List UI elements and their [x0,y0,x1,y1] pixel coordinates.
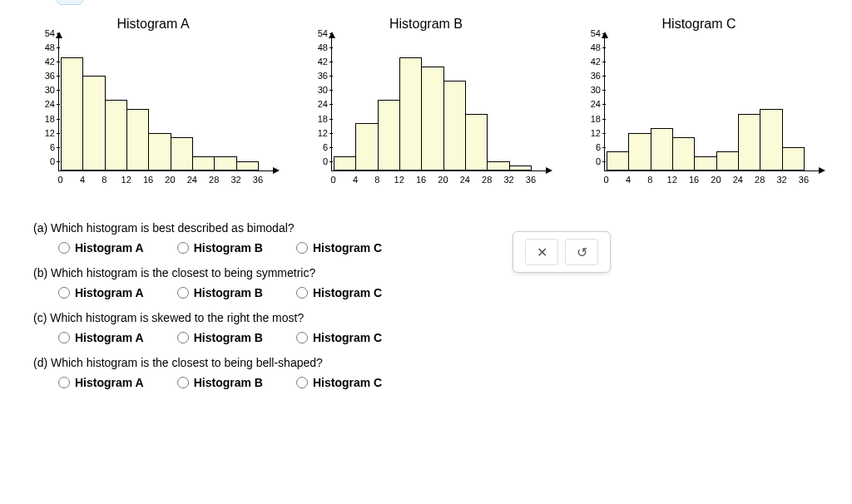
chart-b-title: Histogram B [306,17,546,32]
histogram-bar [378,100,400,170]
option-b-hist-b[interactable]: Histogram B [177,286,263,299]
histogram-bar [105,100,127,170]
option-a-hist-c[interactable]: Histogram C [296,241,382,254]
option-label: Histogram A [75,376,144,389]
questions-block: (a) Which histogram is best described as… [33,221,499,389]
chart-c: Histogram C 0612182430364248540481216202… [579,17,819,188]
options-a: Histogram A Histogram B Histogram C [58,241,499,254]
radio-icon [296,332,308,343]
option-d-hist-b[interactable]: Histogram B [177,376,263,389]
histogram-bar [126,109,149,170]
option-d-hist-a[interactable]: Histogram A [58,376,144,389]
option-label: Histogram B [194,376,263,389]
option-a-hist-a[interactable]: Histogram A [58,241,144,254]
option-label: Histogram B [194,331,263,344]
option-c-hist-b[interactable]: Histogram B [177,331,263,344]
option-b-hist-a[interactable]: Histogram A [58,286,144,299]
close-icon: ✕ [537,245,547,260]
question-c: (c) Which histogram is skewed to the rig… [33,311,499,324]
option-label: Histogram B [194,241,263,254]
histogram-bar [651,128,673,170]
histogram-bar [214,156,236,170]
option-label: Histogram C [313,286,382,299]
radio-icon [58,332,70,343]
radio-icon [296,287,308,299]
option-d-hist-c[interactable]: Histogram C [296,376,382,389]
histogram-bar [421,67,443,170]
check-icon: ✓ [65,0,75,3]
option-b-hist-c[interactable]: Histogram C [296,286,382,299]
question-b: (b) Which histogram is the closest to be… [33,266,499,279]
histogram-bar [192,156,215,170]
radio-icon [177,242,189,254]
chart-a-title: Histogram A [33,17,273,32]
histogram-bar [399,57,422,170]
histogram-bar [628,133,651,170]
option-label: Histogram B [194,286,263,299]
chart-a: Histogram A 0612182430364248540481216202… [33,17,273,188]
histogram-bar [716,151,739,170]
answer-controls: ✕ ↺ [513,231,611,273]
histogram-bar [148,133,171,170]
radio-icon [177,287,189,299]
option-c-hist-c[interactable]: Histogram C [296,331,382,344]
chart-c-title: Histogram C [579,17,819,32]
chart-b: Histogram B 0612182430364248540481216202… [306,17,546,188]
histogram-bar [487,161,509,170]
histogram-bar [782,147,805,170]
histogram-bar [82,76,105,170]
radio-icon [296,242,308,254]
reset-button[interactable]: ↺ [565,239,598,265]
radio-icon [296,377,308,388]
histogram-bar [607,151,629,170]
radio-icon [58,287,70,299]
option-label: Histogram C [313,331,382,344]
histogram-bar [738,114,760,170]
radio-icon [177,377,189,388]
histogram-bar [465,114,488,170]
options-c: Histogram A Histogram B Histogram C [58,331,499,344]
reset-icon: ↺ [577,245,587,260]
histogram-bar [355,123,378,170]
options-b: Histogram A Histogram B Histogram C [58,286,499,299]
option-label: Histogram A [75,241,144,254]
radio-icon [177,332,189,343]
question-d: (d) Which histogram is the closest to be… [33,356,499,369]
histogram-bar [236,161,259,170]
option-a-hist-b[interactable]: Histogram B [177,241,263,254]
option-label: Histogram C [313,376,382,389]
histogram-bar [694,156,716,170]
histogram-bar [334,156,356,170]
question-a: (a) Which histogram is best described as… [33,221,499,235]
histogram-bar [443,81,466,170]
charts-row: Histogram A 0612182430364248540481216202… [33,17,819,188]
histogram-bar [171,137,193,170]
histogram-bar [760,109,782,170]
radio-icon [58,377,70,388]
histogram-bar [509,166,532,170]
option-label: Histogram C [313,241,382,254]
radio-icon [58,242,70,254]
option-label: Histogram A [75,286,144,299]
histogram-bar [61,57,83,170]
option-label: Histogram A [75,331,144,344]
clear-button[interactable]: ✕ [525,239,558,265]
checkmark-badge: ✓ [57,0,83,5]
histogram-bar [672,137,695,170]
options-d: Histogram A Histogram B Histogram C [58,376,499,389]
option-c-hist-a[interactable]: Histogram A [58,331,144,344]
